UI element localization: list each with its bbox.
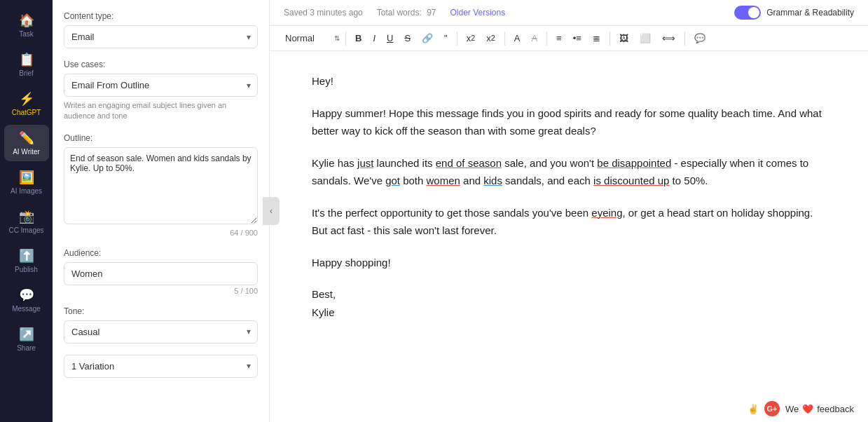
grammar-span-eyeing: eyeing	[591, 207, 622, 219]
sidebar-item-publish[interactable]: ⬆️ Publish	[4, 243, 49, 279]
toolbar-separator-6	[684, 32, 685, 46]
grammar-toggle-switch[interactable]	[734, 6, 761, 20]
footer-emoji-2: G+	[764, 401, 780, 416]
collapse-panel-button[interactable]: ‹	[263, 197, 280, 225]
grammar-span-eos: end of season	[436, 157, 502, 169]
feedback-label-we: We	[785, 404, 799, 414]
tone-select-wrap: Casual Formal Friendly Professional	[64, 320, 258, 343]
share-icon: ↗️	[19, 327, 34, 342]
outline-label: Outline:	[64, 133, 258, 143]
paragraph-3: Kylie has just launched its end of seaso…	[312, 154, 826, 190]
grammar-toggle-area: Grammar & Readability	[734, 6, 854, 20]
sidebar-item-chatgpt[interactable]: ⚡ ChatGPT	[4, 86, 49, 122]
grammar-span-disappointed: be disappointed	[597, 157, 671, 169]
content-type-section: Content type: Email Blog Post Social Med…	[64, 11, 258, 48]
grammar-label: Grammar & Readability	[766, 8, 854, 18]
toolbar-separator-3	[504, 32, 505, 46]
audience-label: Audience:	[64, 248, 258, 258]
outline-section: Outline: End of season sale. Women and k…	[64, 133, 258, 237]
ai-images-icon: 🖼️	[19, 170, 34, 185]
audience-input[interactable]	[64, 262, 258, 285]
link-button[interactable]: 🔗	[417, 31, 438, 46]
left-panel-wrap: Content type: Email Blog Post Social Med…	[53, 0, 270, 422]
main-editor-area: Saved 3 minutes ago Total words: 97 Olde…	[270, 0, 868, 422]
image-button[interactable]: 🖼	[614, 31, 633, 46]
paragraph-2: Happy summer! Hope this message finds yo…	[312, 104, 826, 140]
content-type-select-wrap: Email Blog Post Social Media	[64, 25, 258, 48]
format-select[interactable]: Normal Heading 1 Heading 2 Heading 3	[281, 30, 341, 46]
publish-icon: ⬆️	[19, 248, 34, 264]
cc-images-icon: 📸	[19, 209, 34, 224]
content-type-label: Content type:	[64, 11, 258, 21]
quote-button[interactable]: "	[439, 31, 453, 46]
use-cases-section: Use cases: Email From Outline Email Subj…	[64, 60, 258, 122]
message-icon: 💬	[19, 287, 34, 303]
sidebar-item-cc-images[interactable]: 📸 CC Images	[4, 203, 49, 240]
paragraph-1: Hey!	[312, 72, 826, 90]
word-count: Total words: 97	[377, 8, 436, 18]
align-button[interactable]: ≣	[588, 31, 605, 46]
use-cases-select-wrap: Email From Outline Email Subject Line We…	[64, 74, 258, 97]
toolbar-separator-1	[345, 32, 346, 46]
outline-textarea[interactable]: End of season sale. Women and kids sanda…	[64, 147, 258, 224]
ai-writer-icon: ✏️	[19, 130, 34, 146]
chatgpt-icon: ⚡	[19, 91, 34, 107]
outline-char-count: 64 / 900	[64, 229, 258, 237]
grammar-span-just: just	[357, 157, 373, 169]
grammar-span-women: women	[427, 175, 460, 186]
superscript-button[interactable]: x2	[481, 31, 500, 46]
older-versions-link[interactable]: Older Versions	[450, 8, 505, 18]
bold-button[interactable]: B	[350, 31, 366, 46]
subscript-button[interactable]: x2	[462, 31, 481, 46]
sidebar-item-ai-images[interactable]: 🖼️ AI Images	[4, 164, 49, 200]
sidebar-item-task[interactable]: 🏠 Task	[4, 7, 49, 43]
sidebar-item-share[interactable]: ↗️ Share	[4, 321, 49, 358]
feedback-button[interactable]: We ❤️ feedback	[785, 404, 854, 414]
highlight-button[interactable]: A	[526, 31, 542, 46]
sidebar: 🏠 Task 📋 Brief ⚡ ChatGPT ✏️ AI Writer 🖼️…	[0, 0, 53, 422]
feedback-heart-icon: ❤️	[802, 404, 813, 414]
underline-button[interactable]: U	[382, 31, 398, 46]
grammar-span-got: got	[385, 175, 400, 186]
content-type-select[interactable]: Email Blog Post Social Media	[64, 25, 258, 48]
audience-section: Audience: 5 / 100	[64, 248, 258, 295]
grammar-span-discounted: is discounted up	[593, 175, 669, 186]
toolbar-separator-4	[546, 32, 547, 46]
toolbar-separator-2	[457, 32, 457, 46]
toolbar-separator-5	[609, 32, 610, 46]
paragraph-4: It's the perfect opportunity to get thos…	[312, 204, 826, 240]
variation-select-wrap: 1 Variation 2 Variations 3 Variations	[64, 355, 258, 378]
variation-select[interactable]: 1 Variation 2 Variations 3 Variations	[64, 355, 258, 378]
comment-button[interactable]: 💬	[689, 31, 710, 46]
editor-toolbar: Normal Heading 1 Heading 2 Heading 3 B I…	[270, 26, 868, 51]
grammar-span-kids: kids	[483, 175, 502, 186]
editor-content[interactable]: Hey! Happy summer! Hope this message fin…	[270, 51, 868, 422]
editor-header: Saved 3 minutes ago Total words: 97 Olde…	[270, 0, 868, 26]
ordered-list-button[interactable]: ≡	[551, 31, 567, 46]
audience-char-count: 5 / 100	[64, 287, 258, 295]
feedback-label-text: feedback	[817, 404, 854, 414]
tone-select[interactable]: Casual Formal Friendly Professional	[64, 320, 258, 343]
sidebar-item-ai-writer[interactable]: ✏️ AI Writer	[4, 125, 49, 161]
use-cases-hint: Writes an engaging email subject lines g…	[64, 100, 258, 122]
saved-status: Saved 3 minutes ago	[284, 8, 363, 18]
sidebar-item-message[interactable]: 💬 Message	[4, 282, 49, 318]
brief-icon: 📋	[19, 52, 34, 67]
unordered-list-button[interactable]: •≡	[568, 31, 586, 46]
paragraph-5: Happy shopping!	[312, 254, 826, 272]
task-icon: 🏠	[19, 13, 34, 28]
footer-emoji-1: ✌️	[748, 404, 759, 414]
use-cases-label: Use cases:	[64, 60, 258, 69]
variation-section: 1 Variation 2 Variations 3 Variations	[64, 355, 258, 378]
format-select-group: Normal Heading 1 Heading 2 Heading 3	[281, 30, 341, 46]
strikethrough-button[interactable]: S	[399, 31, 415, 46]
embed-button[interactable]: ⟺	[657, 31, 680, 46]
font-color-button[interactable]: A	[509, 31, 525, 46]
footer-bar: ✌️ G+ We ❤️ feedback	[733, 395, 868, 422]
table-button[interactable]: ⬜	[635, 31, 656, 46]
italic-button[interactable]: I	[368, 31, 380, 46]
use-cases-select[interactable]: Email From Outline Email Subject Line We…	[64, 74, 258, 97]
paragraph-6: Best,Kylie	[312, 285, 826, 321]
tone-label: Tone:	[64, 306, 258, 316]
sidebar-item-brief[interactable]: 📋 Brief	[4, 46, 49, 83]
